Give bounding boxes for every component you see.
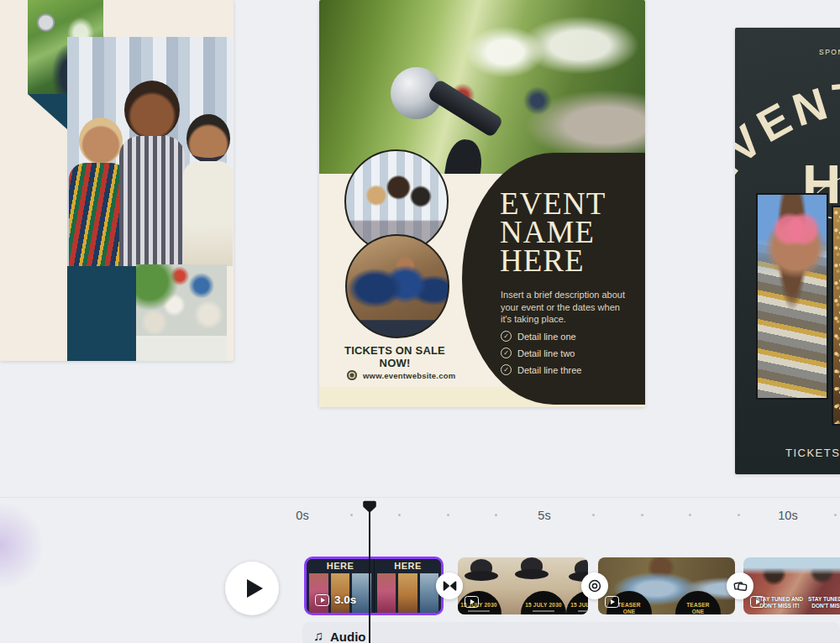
headline-line-1: EVENT	[500, 190, 606, 218]
teal-rectangle-shape	[67, 266, 136, 361]
detail-text: Detail line three	[517, 365, 581, 375]
playhead-line[interactable]	[369, 511, 370, 643]
ruler-label-10s: 10s	[771, 509, 805, 522]
clip4-caption: STAY TUNED AND DON'T MISS IT!	[807, 596, 840, 609]
hat-figure	[465, 559, 498, 584]
check-icon: ✓	[501, 348, 512, 358]
white-top	[183, 161, 233, 266]
ruler-tick	[738, 514, 740, 516]
ruler-label-5s: 5s	[528, 509, 561, 522]
microphone-stand	[440, 137, 485, 174]
photo-strip-blue	[420, 573, 438, 613]
video-clip-icon	[315, 594, 329, 606]
ruler-tick	[495, 514, 497, 516]
detail-text: Detail line two	[517, 348, 575, 358]
play-icon	[247, 579, 263, 598]
transition-button-1[interactable]	[436, 572, 463, 599]
website-row: www.eventwebsite.com	[347, 370, 455, 380]
tickets-text: TICKETS	[785, 447, 840, 459]
date-badge-text: 15 JULY 2030	[566, 602, 588, 609]
timeline-clip-3[interactable]: TEASER ONE TEASER ONE	[598, 557, 735, 614]
date-badge-text: 15 JULY 2030	[521, 602, 566, 609]
audio-track[interactable]: ♫ Audio	[302, 622, 840, 643]
clip1-frame-title: HERE	[307, 561, 374, 571]
striped-top	[119, 136, 185, 266]
badge-subtext-bar	[578, 610, 588, 612]
clip1-frame: HERE	[374, 559, 441, 613]
design-page-1[interactable]	[0, 0, 234, 361]
timeline-panel: 0s 5s 10s HERE	[0, 497, 840, 643]
video-clip-icon	[465, 596, 479, 608]
confetti-photo	[832, 206, 840, 426]
play-button[interactable]	[225, 562, 279, 615]
hat-figure	[515, 557, 549, 583]
clip1-frame-title: HERE	[375, 561, 441, 571]
detail-row: ✓ Detail line three	[501, 364, 581, 375]
headline-line-2: NAME	[500, 218, 606, 247]
sponsored-text: SPON	[819, 48, 840, 56]
photo-strip-amber	[398, 573, 417, 613]
detail-row: ✓ Detail line two	[501, 348, 581, 358]
event-description: Insert a brief description about your ev…	[501, 289, 630, 326]
check-icon: ✓	[501, 331, 512, 342]
clip1-frame-art	[377, 573, 438, 613]
ruler-tick	[398, 514, 401, 516]
playhead-handle[interactable]	[362, 500, 377, 517]
date-badge: 15 JULY 2030	[521, 591, 566, 614]
teaser-badge: TEASER ONE	[675, 591, 721, 614]
microphone-body	[427, 79, 504, 139]
ruler-tick	[834, 514, 837, 516]
circles-transition-icon	[588, 579, 601, 593]
teaser-badge-line: TEASER	[675, 602, 721, 609]
three-women-photo	[67, 37, 233, 266]
transition-button-2[interactable]	[581, 572, 608, 599]
clip1-meta: 3.0s	[315, 593, 356, 606]
ruler-tick	[689, 514, 691, 516]
design-page-2[interactable]: EVENT NAME HERE Insert a brief descripti…	[319, 0, 645, 407]
peace-sign-woman-photo	[756, 193, 828, 400]
teal-triangle-shape	[28, 94, 67, 129]
timeline-clip-4[interactable]: STAY TUNED AND DON'T MISS IT! STAY TUNED…	[743, 557, 840, 614]
bowtie-transition-icon	[443, 580, 457, 592]
check-icon: ✓	[501, 364, 512, 375]
badge-subtext-bar	[533, 610, 554, 612]
dissolve-transition-icon	[733, 580, 748, 593]
detail-row: ✓ Detail line one	[501, 331, 581, 342]
design-page-3[interactable]: SPON EVENT HERE TICKETS	[735, 28, 840, 474]
sunglasses-woman-face	[186, 114, 230, 163]
video-clip-icon	[605, 596, 619, 608]
video-clip-icon	[750, 596, 764, 608]
website-text: www.eventwebsite.com	[363, 371, 455, 380]
music-note-icon: ♫	[313, 630, 323, 643]
headline-line-3: HERE	[500, 247, 606, 275]
blonde-woman-face	[79, 118, 123, 165]
dark-pill-panel: EVENT NAME HERE Insert a brief descripti…	[462, 153, 645, 405]
globe-icon	[347, 370, 357, 380]
video-editor-app: EVENT NAME HERE Insert a brief descripti…	[0, 0, 840, 643]
curly-hair-woman-face	[124, 81, 180, 139]
teaser-badge-line: ONE	[675, 609, 721, 615]
event-headline: EVENT NAME HERE	[500, 190, 606, 275]
ruler-tick	[592, 514, 595, 516]
microphone-header-photo	[319, 0, 645, 174]
photo-strip-pink	[377, 573, 396, 613]
tickets-on-sale-text: TICKETS ON SALE NOW!	[328, 344, 462, 369]
ruler-tick	[641, 514, 643, 516]
badge-subtext-bar	[468, 610, 490, 612]
clip1-duration: 3.0s	[334, 593, 356, 606]
crowd-photo	[136, 264, 227, 361]
ruler-tick	[447, 514, 449, 516]
audio-track-label: Audio	[330, 630, 366, 643]
ruler-label-0s: 0s	[286, 509, 319, 522]
timeline-clip-2[interactable]: 15 JULY 2030 15 JULY 2030 15 JULY 2030	[458, 557, 588, 614]
detail-list: ✓ Detail line one ✓ Detail line two ✓ De…	[501, 331, 581, 381]
teaser-badge-line: ONE	[606, 609, 652, 615]
circle-photo-volunteers	[345, 234, 449, 338]
ruler-tick	[350, 514, 353, 516]
timeline-clip-1[interactable]: HERE HERE 3.0s	[304, 557, 444, 615]
detail-text: Detail line one	[517, 332, 576, 342]
transition-button-3[interactable]	[727, 572, 753, 599]
